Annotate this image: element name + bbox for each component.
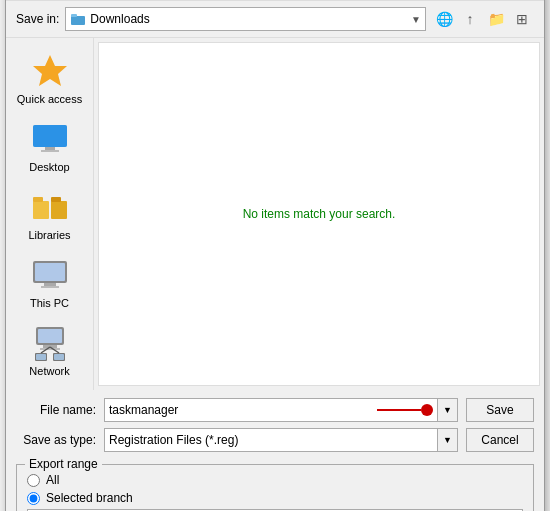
sidebar-item-network[interactable]: Network	[10, 318, 90, 382]
sidebar-item-label: This PC	[30, 297, 69, 309]
refresh-button[interactable]: ↑	[458, 7, 482, 31]
svg-rect-21	[40, 348, 60, 350]
web-icon-button[interactable]: 🌐	[432, 7, 456, 31]
current-folder-text: Downloads	[90, 12, 407, 26]
svg-rect-4	[71, 14, 77, 17]
save-as-type-wrap: Registration Files (*.reg) ▼	[104, 428, 458, 452]
svg-rect-7	[33, 125, 67, 147]
svg-rect-12	[51, 201, 67, 219]
sidebar-item-label: Network	[29, 365, 69, 377]
sidebar-item-label: Libraries	[28, 229, 70, 241]
svg-rect-25	[54, 354, 64, 360]
desktop-icon	[30, 119, 70, 159]
selected-radio-row: Selected branch	[27, 491, 523, 505]
libraries-icon	[30, 187, 70, 227]
file-name-input-wrap: ▼	[104, 398, 458, 422]
export-registry-dialog: Export Registry File ✕ Save in: Download…	[5, 0, 545, 511]
save-as-type-dropdown-btn[interactable]: ▼	[437, 429, 457, 451]
svg-rect-11	[33, 197, 43, 202]
save-in-label: Save in:	[16, 12, 59, 26]
content-area: No items match your search.	[98, 42, 540, 386]
save-in-dropdown[interactable]: Downloads ▼	[65, 7, 426, 31]
svg-rect-10	[33, 201, 49, 219]
svg-rect-9	[41, 150, 59, 152]
arrow-dot	[421, 404, 433, 416]
dropdown-arrow-icon: ▼	[411, 14, 421, 25]
folder-icon	[70, 11, 86, 27]
sidebar-item-libraries[interactable]: Libraries	[10, 182, 90, 246]
svg-rect-23	[36, 354, 46, 360]
file-name-dropdown-btn[interactable]: ▼	[437, 399, 457, 421]
toolbar: Save in: Downloads ▼ 🌐 ↑ 📁 ⊞	[6, 1, 544, 38]
svg-rect-3	[71, 16, 85, 25]
sidebar-item-this-pc[interactable]: This PC	[10, 250, 90, 314]
svg-rect-15	[35, 263, 65, 281]
svg-rect-19	[38, 329, 62, 343]
all-label[interactable]: All	[46, 473, 59, 487]
view-button[interactable]: ⊞	[510, 7, 534, 31]
network-icon	[30, 323, 70, 363]
save-button[interactable]: Save	[466, 398, 534, 422]
svg-rect-13	[51, 197, 61, 202]
svg-rect-17	[41, 286, 59, 288]
sidebar-item-quick-access[interactable]: Quick access	[10, 46, 90, 110]
all-radio[interactable]	[27, 474, 40, 487]
cancel-button[interactable]: Cancel	[466, 428, 534, 452]
empty-message: No items match your search.	[243, 207, 396, 221]
arrow-indicator	[377, 399, 437, 421]
sidebar-item-label: Quick access	[17, 93, 82, 105]
sidebar-item-desktop[interactable]: Desktop	[10, 114, 90, 178]
toolbar-icons: 🌐 ↑ 📁 ⊞	[432, 7, 534, 31]
main-area: Quick access Desktop	[6, 38, 544, 390]
file-name-input[interactable]	[105, 403, 377, 417]
quick-access-icon	[30, 51, 70, 91]
file-name-label: File name:	[16, 403, 96, 417]
arrow-line	[377, 409, 421, 411]
sidebar: Quick access Desktop	[6, 38, 94, 390]
file-name-row: File name: ▼ Save	[16, 398, 534, 422]
svg-marker-5	[33, 55, 67, 86]
save-as-type-label: Save as type:	[16, 433, 96, 447]
selected-radio[interactable]	[27, 492, 40, 505]
save-as-type-row: Save as type: Registration Files (*.reg)…	[16, 428, 534, 452]
all-radio-row: All	[27, 473, 523, 487]
new-folder-button[interactable]: 📁	[484, 7, 508, 31]
sidebar-item-label: Desktop	[29, 161, 69, 173]
export-range-group: Export range All Selected branch HKEY_CU…	[16, 464, 534, 511]
bottom-area: File name: ▼ Save Save as type: Registra…	[6, 390, 544, 460]
export-range-legend: Export range	[25, 457, 102, 471]
selected-label[interactable]: Selected branch	[46, 491, 133, 505]
this-pc-icon	[30, 255, 70, 295]
save-as-type-value: Registration Files (*.reg)	[105, 433, 437, 447]
